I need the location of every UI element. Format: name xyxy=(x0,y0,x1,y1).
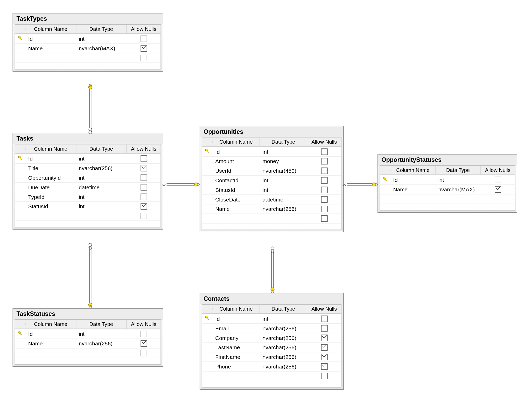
column-row[interactable]: Company nvarchar(256) xyxy=(202,333,341,343)
allow-nulls-checkbox[interactable] xyxy=(494,186,501,193)
svg-point-22 xyxy=(89,128,92,131)
table-opportunitystatuses[interactable]: OpportunityStatuses Column Name Data Typ… xyxy=(377,154,517,213)
rel-tasks-opportunities: ∞ xyxy=(162,182,200,187)
column-row[interactable]: Name nvarchar(MAX) xyxy=(380,184,515,194)
allow-nulls-checkbox[interactable] xyxy=(321,187,327,193)
primary-key-cell xyxy=(202,147,213,156)
primary-key-cell xyxy=(202,337,213,339)
allow-nulls-checkbox[interactable] xyxy=(321,344,327,351)
column-row[interactable]: LastName nvarchar(256) xyxy=(202,343,341,352)
allow-nulls-checkbox[interactable] xyxy=(140,213,147,219)
column-name: StatusId xyxy=(213,186,260,194)
column-row-empty[interactable] xyxy=(15,211,161,220)
primary-key-cell xyxy=(15,329,26,338)
column-name: CloseDate xyxy=(213,195,260,204)
column-row[interactable]: UserId nvarchar(450) xyxy=(202,166,341,175)
table-tasktypes[interactable]: TaskTypes Column Name Data Type Allow Nu… xyxy=(13,13,163,72)
allow-nulls-checkbox[interactable] xyxy=(140,36,147,42)
column-type: nvarchar(MAX) xyxy=(76,44,127,53)
header-data-type: Data Type xyxy=(76,25,127,33)
column-type: int xyxy=(76,173,127,182)
column-row[interactable]: Id int xyxy=(15,154,161,163)
header-column-name: Column Name xyxy=(26,320,76,329)
allow-nulls-checkbox[interactable] xyxy=(140,340,147,347)
column-row[interactable]: Id int xyxy=(202,314,341,323)
column-row[interactable]: FirstName nvarchar(256) xyxy=(202,352,341,361)
allow-nulls-checkbox[interactable] xyxy=(321,373,327,379)
column-name: Id xyxy=(26,330,76,338)
column-name: LastName xyxy=(213,343,260,352)
primary-key-cell xyxy=(202,179,213,182)
header-allow-nulls: Allow Nulls xyxy=(127,320,161,329)
header-allow-nulls: Allow Nulls xyxy=(307,138,341,146)
header-column-name: Column Name xyxy=(26,144,76,153)
allow-nulls-checkbox[interactable] xyxy=(321,148,327,155)
column-row[interactable]: TypeId int xyxy=(15,192,161,201)
column-row-empty[interactable] xyxy=(202,213,341,223)
column-row[interactable]: Email nvarchar(256) xyxy=(202,323,341,333)
column-row[interactable]: Title nvarchar(256) xyxy=(15,163,161,173)
table-tasks[interactable]: Tasks Column Name Data Type Allow Nulls … xyxy=(13,133,163,229)
column-name: StatusId xyxy=(26,202,76,211)
allow-nulls-checkbox[interactable] xyxy=(321,168,327,174)
allow-nulls-checkbox[interactable] xyxy=(321,215,327,222)
column-name: Amount xyxy=(213,157,260,165)
column-row-empty[interactable] xyxy=(202,371,341,381)
column-headers: Column Name Data Type Allow Nulls xyxy=(15,320,161,329)
column-row[interactable]: Id int xyxy=(15,329,161,339)
allow-nulls-checkbox[interactable] xyxy=(140,45,147,52)
allow-nulls-checkbox[interactable] xyxy=(494,177,501,183)
allow-nulls-checkbox[interactable] xyxy=(321,158,327,164)
column-row[interactable]: OpportunityId int xyxy=(15,173,161,182)
allow-nulls-checkbox[interactable] xyxy=(321,325,327,332)
allow-nulls-checkbox[interactable] xyxy=(494,196,501,202)
column-name: Id xyxy=(213,315,260,323)
allow-nulls-checkbox[interactable] xyxy=(321,196,327,203)
column-name: Id xyxy=(26,34,76,43)
column-name: Title xyxy=(26,164,76,172)
table-contacts[interactable]: Contacts Column Name Data Type Allow Nul… xyxy=(200,293,344,390)
column-row[interactable]: Id int xyxy=(15,34,161,44)
allow-nulls-checkbox[interactable] xyxy=(321,177,327,184)
allow-nulls-checkbox[interactable] xyxy=(140,193,147,200)
column-row-empty[interactable] xyxy=(380,194,515,204)
allow-nulls-checkbox[interactable] xyxy=(140,155,147,162)
column-row[interactable]: Amount money xyxy=(202,156,341,166)
allow-nulls-checkbox[interactable] xyxy=(321,206,327,212)
column-row[interactable]: DueDate datetime xyxy=(15,182,161,192)
column-name: Phone xyxy=(213,362,260,371)
column-row-empty[interactable] xyxy=(15,53,161,62)
column-name: UserId xyxy=(213,166,260,175)
table-opportunities[interactable]: Opportunities Column Name Data Type Allo… xyxy=(200,126,344,232)
allow-nulls-checkbox[interactable] xyxy=(321,316,327,322)
column-row[interactable]: StatusId int xyxy=(202,185,341,194)
column-row[interactable]: Name nvarchar(256) xyxy=(202,204,341,214)
allow-nulls-checkbox[interactable] xyxy=(140,175,147,181)
allow-nulls-checkbox[interactable] xyxy=(140,184,147,191)
allow-nulls-checkbox[interactable] xyxy=(321,335,327,341)
allow-nulls-checkbox[interactable] xyxy=(140,55,147,61)
primary-key-cell xyxy=(380,188,390,191)
column-type: int xyxy=(260,147,307,156)
allow-nulls-checkbox[interactable] xyxy=(140,165,147,171)
column-row[interactable]: CloseDate datetime xyxy=(202,194,341,204)
primary-key-cell xyxy=(15,34,26,43)
allow-nulls-checkbox[interactable] xyxy=(140,203,147,210)
column-row-empty[interactable] xyxy=(15,348,161,358)
column-name: Name xyxy=(390,185,436,194)
allow-nulls-checkbox[interactable] xyxy=(321,354,327,360)
primary-key-cell xyxy=(202,327,213,330)
column-row[interactable]: Id int xyxy=(380,175,515,185)
column-row[interactable]: Phone nvarchar(256) xyxy=(202,361,341,371)
column-row[interactable]: Id int xyxy=(202,147,341,156)
column-row[interactable]: StatusId int xyxy=(15,201,161,211)
column-name: Name xyxy=(26,339,76,348)
rel-tasktypes-tasks xyxy=(86,84,94,133)
allow-nulls-checkbox[interactable] xyxy=(140,350,147,356)
allow-nulls-checkbox[interactable] xyxy=(140,331,147,337)
table-taskstatuses[interactable]: TaskStatuses Column Name Data Type Allow… xyxy=(13,308,163,367)
column-row[interactable]: Name nvarchar(MAX) xyxy=(15,43,161,53)
allow-nulls-checkbox[interactable] xyxy=(321,363,327,370)
column-row[interactable]: Name nvarchar(256) xyxy=(15,339,161,348)
column-row[interactable]: ContactId int xyxy=(202,175,341,185)
